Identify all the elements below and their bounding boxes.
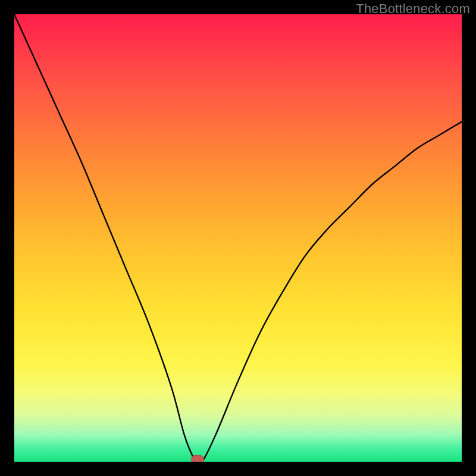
optimal-point-marker	[191, 455, 204, 462]
chart-plot-area	[14, 14, 462, 462]
bottleneck-curve	[14, 14, 462, 462]
